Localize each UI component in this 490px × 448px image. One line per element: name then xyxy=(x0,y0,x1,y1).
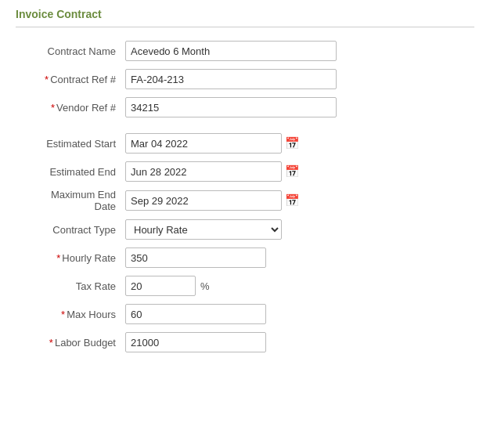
hourly-rate-row: *Hourly Rate xyxy=(16,247,474,269)
maximum-end-calendar-icon[interactable]: 📅 xyxy=(285,193,300,208)
hourly-rate-label: *Hourly Rate xyxy=(16,252,125,264)
labor-budget-input[interactable] xyxy=(125,332,266,352)
estimated-start-date-wrapper: 📅 xyxy=(125,133,300,154)
max-hours-input[interactable] xyxy=(125,304,266,324)
hourly-rate-input[interactable] xyxy=(125,247,266,268)
vendor-ref-row: *Vendor Ref # xyxy=(16,96,474,118)
estimated-start-label: Estimated Start xyxy=(16,138,125,150)
contract-name-label: Contract Name xyxy=(16,45,125,57)
estimated-end-calendar-icon[interactable]: 📅 xyxy=(285,164,300,179)
estimated-start-row: Estimated Start 📅 xyxy=(16,132,474,154)
contract-ref-label: *Contract Ref # xyxy=(16,74,125,85)
maximum-end-row: Maximum End Date 📅 xyxy=(16,189,474,212)
required-star: * xyxy=(45,74,49,85)
tax-rate-unit: % xyxy=(200,280,210,292)
tax-rate-input[interactable] xyxy=(125,276,196,296)
estimated-start-calendar-icon[interactable]: 📅 xyxy=(285,136,300,150)
contract-ref-row: *Contract Ref # xyxy=(16,68,474,90)
estimated-end-label: Estimated End xyxy=(16,166,125,178)
vendor-ref-input[interactable] xyxy=(125,97,337,117)
vendor-ref-label: *Vendor Ref # xyxy=(16,102,125,114)
max-hours-label: *Max Hours xyxy=(16,309,125,320)
contract-ref-input[interactable] xyxy=(125,69,337,89)
maximum-end-input[interactable] xyxy=(125,190,282,211)
tax-rate-row: Tax Rate % xyxy=(16,275,474,297)
maximum-end-date-wrapper: 📅 xyxy=(125,190,300,211)
required-star-4: * xyxy=(61,309,65,320)
contract-type-select[interactable]: Fixed Price Hourly Rate Daily Rate xyxy=(125,219,282,240)
contract-type-label: Contract Type xyxy=(16,224,125,236)
estimated-start-input[interactable] xyxy=(125,133,282,154)
required-star-5: * xyxy=(49,337,53,349)
contract-name-row: Contract Name xyxy=(16,40,474,62)
estimated-end-date-wrapper: 📅 xyxy=(125,161,300,182)
contract-name-input[interactable] xyxy=(125,41,337,61)
required-star-3: * xyxy=(56,252,60,264)
page-container: Invoice Contract Contract Name *Contract… xyxy=(0,0,490,375)
maximum-end-label: Maximum End Date xyxy=(16,189,125,212)
form-section: Contract Name *Contract Ref # *Vendor Re… xyxy=(16,40,474,353)
labor-budget-row: *Labor Budget xyxy=(16,331,474,353)
contract-type-row: Contract Type Fixed Price Hourly Rate Da… xyxy=(16,219,474,240)
required-star-2: * xyxy=(51,102,55,114)
page-title: Invoice Contract xyxy=(16,8,474,27)
max-hours-row: *Max Hours xyxy=(16,303,474,325)
labor-budget-label: *Labor Budget xyxy=(16,337,125,349)
tax-rate-label: Tax Rate xyxy=(16,280,125,292)
estimated-end-input[interactable] xyxy=(125,161,282,182)
estimated-end-row: Estimated End 📅 xyxy=(16,161,474,182)
